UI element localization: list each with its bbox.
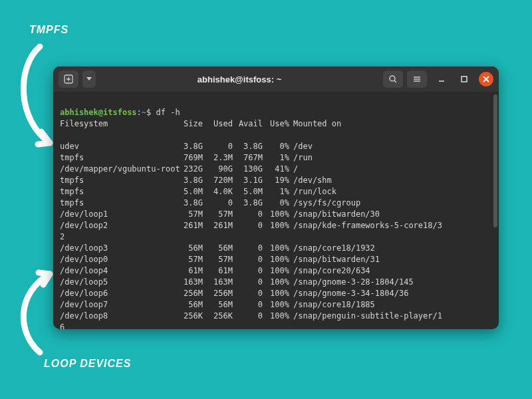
cell-us: 2.3M <box>203 152 233 164</box>
cell-mt: /snap/gnome-3-34-1804/36 <box>289 288 408 299</box>
table-row: /dev/loop057M57M0100%/snap/bitwarden/31 <box>60 254 492 265</box>
cell-fs: /dev/loop0 <box>60 254 176 265</box>
cell-fs: /dev/loop4 <box>60 265 176 277</box>
table-row: /dev/loop157M57M0100%/snap/bitwarden/30 <box>60 209 492 220</box>
cell-sz: 3.8G <box>176 141 203 152</box>
cell-us: 720M <box>203 175 233 186</box>
col-avail: Avail <box>233 118 263 130</box>
col-size: Size <box>176 118 203 130</box>
cell-sz: 261M <box>176 220 203 231</box>
command-text: df -h <box>156 108 180 117</box>
scrollbar[interactable] <box>493 94 497 227</box>
terminal-window: abhishek@itsfoss: ~ abhishek@itsfoss:~$ … <box>53 66 499 329</box>
table-row: /dev/loop461M61M0100%/snap/core20/634 <box>60 265 492 277</box>
cell-sz: 3.8G <box>176 175 203 186</box>
cell-mt: /snap/gnome-3-28-1804/145 <box>289 277 414 288</box>
cell-pc: 1% <box>263 152 289 164</box>
cell-fs: /dev/loop8 <box>60 311 176 322</box>
cell-fs: /dev/loop6 <box>60 288 176 299</box>
cell-av: 130G <box>233 164 263 175</box>
cell-fs: /dev/loop5 <box>60 277 176 288</box>
cell-sz: 769M <box>176 152 203 164</box>
cell-us: 56M <box>203 299 233 311</box>
cell-pc: 100% <box>263 277 289 288</box>
cell-mt: /snap/penguin-subtitle-player/1 <box>289 311 442 322</box>
cell-sz: 56M <box>176 299 203 311</box>
cell-sz: 3.8G <box>176 198 203 209</box>
table-row: udev3.8G03.8G0%/dev <box>60 141 492 152</box>
cell-us: 261M <box>203 220 233 231</box>
cell-us: 0 <box>203 198 233 209</box>
cell-fs: tmpfs <box>60 198 176 209</box>
cell-av: 0 <box>233 299 263 311</box>
cell-sz: 232G <box>176 164 203 175</box>
cell-sz: 56M <box>176 243 203 254</box>
table-row: /dev/loop6256M256M0100%/snap/gnome-3-34-… <box>60 288 492 299</box>
cell-av: 0 <box>233 288 263 299</box>
cell-sz: 256M <box>176 288 203 299</box>
wrap-line: 6 <box>60 322 492 329</box>
menu-button[interactable] <box>407 70 427 88</box>
col-usepct: Use% <box>263 118 289 130</box>
cell-fs: /dev/loop3 <box>60 243 176 254</box>
table-row: /dev/loop356M56M0100%/snap/core18/1932 <box>60 243 492 254</box>
cell-us: 256K <box>203 311 233 322</box>
window-title: abhishek@itsfoss: ~ <box>100 74 379 84</box>
col-mount: Mounted on <box>289 118 341 130</box>
cell-pc: 19% <box>263 175 289 186</box>
cell-us: 163M <box>203 277 233 288</box>
cell-pc: 1% <box>263 186 289 198</box>
maximize-button[interactable] <box>456 71 472 87</box>
cell-us: 256M <box>203 288 233 299</box>
cell-pc: 100% <box>263 288 289 299</box>
cell-sz: 57M <box>176 209 203 220</box>
titlebar: abhishek@itsfoss: ~ <box>53 66 499 92</box>
prompt-sep: : <box>137 108 142 117</box>
cell-mt: /snap/kde-frameworks-5-core18/3 <box>289 220 442 231</box>
cell-av: 0 <box>233 209 263 220</box>
tab-dropdown-button[interactable] <box>82 70 96 88</box>
cell-fs: tmpfs <box>60 186 176 198</box>
cell-mt: /snap/core18/1932 <box>289 243 375 254</box>
cell-av: 0 <box>233 220 263 231</box>
terminal-body[interactable]: abhishek@itsfoss:~$ df -h FilesystemSize… <box>53 92 499 329</box>
cell-us: 4.0K <box>203 186 233 198</box>
search-button[interactable] <box>383 70 403 88</box>
table-row: /dev/loop756M56M0100%/snap/core18/1885 <box>60 299 492 311</box>
prompt-userhost: abhishek@itsfoss <box>60 108 137 117</box>
new-tab-button[interactable] <box>59 70 78 88</box>
cell-mt: /dev/shm <box>289 175 332 186</box>
prompt-path: ~ <box>142 108 146 117</box>
prompt-dollar: $ <box>146 108 151 117</box>
cell-fs: udev <box>60 141 176 152</box>
close-button[interactable] <box>479 72 493 86</box>
cell-av: 3.1G <box>233 175 263 186</box>
cell-mt: /dev <box>289 141 313 152</box>
cell-av: 0 <box>233 243 263 254</box>
cell-fs: tmpfs <box>60 152 176 164</box>
cell-mt: /snap/core18/1885 <box>289 299 375 311</box>
table-row: /dev/loop5163M163M0100%/snap/gnome-3-28-… <box>60 277 492 288</box>
annotation-loop-devices: LOOP DEVICES <box>44 358 131 370</box>
cell-fs: tmpfs <box>60 175 176 186</box>
cell-us: 56M <box>203 243 233 254</box>
cell-mt: /run/lock <box>289 186 336 198</box>
cell-mt: /snap/core20/634 <box>289 265 370 277</box>
table-row: tmpfs769M2.3M767M1%/run <box>60 152 492 164</box>
svg-point-3 <box>390 76 395 81</box>
cell-mt: /snap/bitwarden/30 <box>289 209 380 220</box>
table-row: /dev/mapper/vgubuntu-root232G90G130G41%/ <box>60 164 492 175</box>
header-row: FilesystemSizeUsedAvailUse%Mounted on <box>60 118 492 130</box>
svg-line-4 <box>394 80 396 82</box>
minimize-button[interactable] <box>434 71 450 87</box>
cell-pc: 100% <box>263 243 289 254</box>
cell-us: 57M <box>203 254 233 265</box>
svg-rect-9 <box>462 76 467 82</box>
cell-mt: /snap/bitwarden/31 <box>289 254 380 265</box>
cell-pc: 0% <box>263 141 289 152</box>
table-row: tmpfs5.0M4.0K5.0M1%/run/lock <box>60 186 492 198</box>
cell-av: 3.8G <box>233 141 263 152</box>
cell-sz: 61M <box>176 265 203 277</box>
cell-av: 3.8G <box>233 198 263 209</box>
cell-av: 0 <box>233 254 263 265</box>
